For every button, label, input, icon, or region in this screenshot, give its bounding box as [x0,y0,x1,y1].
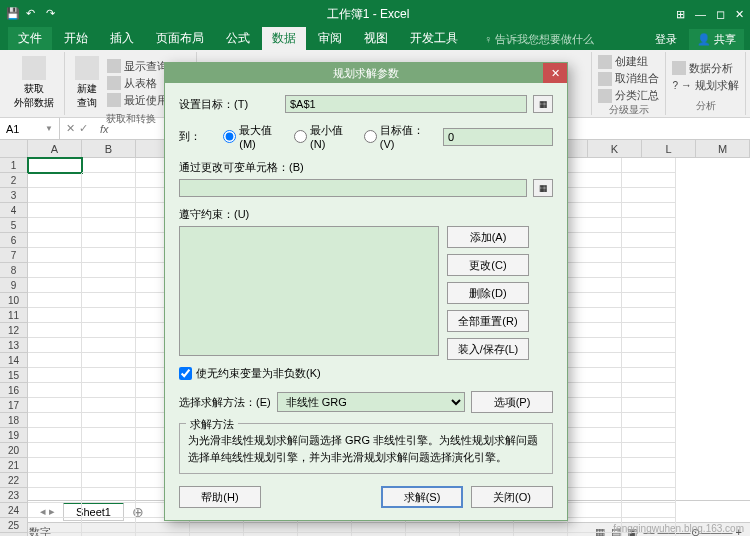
cell[interactable] [568,428,622,443]
row-header[interactable]: 13 [0,338,28,353]
cell[interactable] [28,203,82,218]
cell[interactable] [622,368,676,383]
cell[interactable] [622,218,676,233]
ungroup-button[interactable]: 取消组合 [598,71,659,86]
cell[interactable] [28,428,82,443]
close-icon[interactable]: ✕ [735,8,744,21]
cell[interactable] [568,203,622,218]
cell[interactable] [568,188,622,203]
cell[interactable] [28,308,82,323]
row-header[interactable]: 24 [0,503,28,518]
group-button[interactable]: 创建组 [598,54,659,69]
cell[interactable] [568,458,622,473]
cell[interactable] [622,428,676,443]
cell[interactable] [622,323,676,338]
cell[interactable] [28,473,82,488]
row-header[interactable]: 5 [0,218,28,233]
get-external-data-button[interactable]: 获取 外部数据 [10,54,58,113]
data-analysis-button[interactable]: 数据分析 [672,61,739,76]
tab-review[interactable]: 审阅 [308,27,352,50]
constraints-list[interactable] [179,226,439,356]
cell[interactable] [82,503,136,518]
row-header[interactable]: 21 [0,458,28,473]
cell[interactable] [568,398,622,413]
tab-insert[interactable]: 插入 [100,27,144,50]
minimize-icon[interactable]: — [695,8,706,21]
cell[interactable] [622,278,676,293]
cell[interactable] [28,503,82,518]
cell[interactable] [28,353,82,368]
row-header[interactable]: 2 [0,173,28,188]
enter-formula-icon[interactable]: ✓ [79,122,88,135]
cell[interactable] [28,383,82,398]
cell[interactable] [622,173,676,188]
tab-data[interactable]: 数据 [262,27,306,50]
cell[interactable] [28,413,82,428]
cell[interactable] [568,383,622,398]
row-header[interactable]: 22 [0,473,28,488]
cell[interactable] [568,218,622,233]
changing-cells-input[interactable] [179,179,527,197]
row-header[interactable]: 15 [0,368,28,383]
row-header[interactable]: 16 [0,383,28,398]
cell[interactable] [622,263,676,278]
row-header[interactable]: 18 [0,413,28,428]
tab-dev[interactable]: 开发工具 [400,27,468,50]
cell[interactable] [82,458,136,473]
cell[interactable] [622,458,676,473]
row-header[interactable]: 7 [0,248,28,263]
login-button[interactable]: 登录 [647,29,685,50]
cell[interactable] [622,383,676,398]
cell[interactable] [28,173,82,188]
cell[interactable] [568,488,622,503]
cell[interactable] [622,308,676,323]
cell[interactable] [568,293,622,308]
tab-home[interactable]: 开始 [54,27,98,50]
maximize-icon[interactable]: ◻ [716,8,725,21]
cell[interactable] [82,173,136,188]
cell[interactable] [622,248,676,263]
cell[interactable] [82,413,136,428]
row-header[interactable]: 23 [0,488,28,503]
cell[interactable] [568,473,622,488]
cell[interactable] [28,218,82,233]
cell[interactable] [82,203,136,218]
cell[interactable] [28,458,82,473]
cell[interactable] [568,368,622,383]
cell[interactable] [568,413,622,428]
share-button[interactable]: 👤 共享 [689,29,744,50]
cell[interactable] [568,323,622,338]
row-header[interactable]: 12 [0,323,28,338]
cell[interactable] [28,518,82,533]
cell[interactable] [82,473,136,488]
cell[interactable] [82,368,136,383]
add-constraint-button[interactable]: 添加(A) [447,226,529,248]
cell[interactable] [82,233,136,248]
load-save-button[interactable]: 装入/保存(L) [447,338,529,360]
dialog-close-button[interactable]: ✕ [543,63,567,83]
cell[interactable] [28,398,82,413]
row-header[interactable]: 14 [0,353,28,368]
cell[interactable] [622,338,676,353]
row-header[interactable]: 20 [0,443,28,458]
cell[interactable] [622,293,676,308]
cell[interactable] [622,443,676,458]
fx-icon[interactable]: fx [94,123,115,135]
cell[interactable] [82,518,136,533]
tab-layout[interactable]: 页面布局 [146,27,214,50]
col-header[interactable]: L [642,140,696,157]
row-header[interactable]: 9 [0,278,28,293]
max-radio[interactable]: 最大值(M) [223,123,284,150]
cell[interactable] [28,443,82,458]
cell[interactable] [28,338,82,353]
cell[interactable] [568,233,622,248]
cell[interactable] [82,338,136,353]
cell[interactable] [622,188,676,203]
help-button[interactable]: 帮助(H) [179,486,261,508]
cell[interactable] [82,383,136,398]
nonneg-checkbox[interactable]: 使无约束变量为非负数(K) [179,366,553,381]
cell[interactable] [622,398,676,413]
cell[interactable] [82,218,136,233]
cell[interactable] [622,413,676,428]
cell[interactable] [28,293,82,308]
